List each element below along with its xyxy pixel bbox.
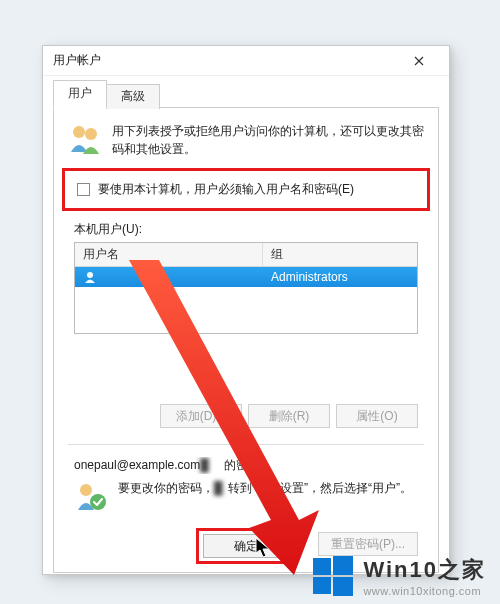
column-group[interactable]: 组 [263,243,417,266]
require-password-label: 要使用本计算机，用户必须输入用户名和密码(E) [98,181,354,198]
ok-button[interactable]: 确定 [203,534,289,558]
titlebar: 用户帐户 [43,46,449,76]
svg-point-2 [87,272,93,278]
user-icon [83,270,97,284]
password-icon [74,480,108,514]
svg-point-3 [80,484,92,496]
user-accounts-dialog: 用户帐户 用户 高级 用下列表授予或拒绝用户访问你的计算机，还可以更改其密码和其… [42,45,450,575]
watermark-title: Win10之家 [363,555,486,585]
password-user: onepaul@example.com [74,458,200,472]
column-username[interactable]: 用户名 [75,243,263,266]
description-text: 用下列表授予或拒绝用户访问你的计算机，还可以更改其密码和其他设置。 [112,122,424,158]
dialog-title: 用户帐户 [53,52,399,69]
password-row: 要更改你的密码，█转到“电脑设置”，然后选择“用户”。 [74,480,418,514]
svg-rect-7 [333,556,353,575]
password-section-title: onepaul@example.com█ 的密码 [74,457,424,474]
dialog-body: 用户 高级 用下列表授予或拒绝用户访问你的计算机，还可以更改其密码和其他设置。 … [43,76,449,583]
tab-users[interactable]: 用户 [53,80,107,108]
users-listview[interactable]: 用户名 组 Administrators [74,242,418,334]
user-buttons-row: 添加(D)... 删除(R) 属性(O) [68,404,418,428]
svg-point-0 [73,126,85,138]
svg-point-1 [85,128,97,140]
add-button[interactable]: 添加(D)... [160,404,242,428]
close-icon [414,56,424,66]
tab-advanced[interactable]: 高级 [106,84,160,109]
svg-point-4 [90,494,106,510]
highlight-ok: 确定 [196,528,296,564]
users-list-label: 本机用户(U): [74,221,424,238]
close-button[interactable] [399,48,439,74]
listview-header: 用户名 组 [75,243,417,267]
watermark: Win10之家 www.win10xitong.com [311,554,486,598]
cell-username [75,270,263,284]
watermark-url: www.win10xitong.com [363,585,486,597]
properties-button[interactable]: 属性(O) [336,404,418,428]
cell-group: Administrators [263,270,417,284]
description-row: 用下列表授予或拒绝用户访问你的计算机，还可以更改其密码和其他设置。 [68,122,424,158]
password-instruction: 要更改你的密码，█转到“电脑设置”，然后选择“用户”。 [118,480,412,497]
watermark-text: Win10之家 www.win10xitong.com [363,555,486,597]
remove-button[interactable]: 删除(R) [248,404,330,428]
svg-rect-8 [313,577,331,594]
svg-rect-6 [313,558,331,575]
tab-panel-users: 用下列表授予或拒绝用户访问你的计算机，还可以更改其密码和其他设置。 要使用本计算… [53,108,439,573]
section-divider [68,444,424,445]
users-icon [68,122,102,156]
highlight-require-password: 要使用本计算机，用户必须输入用户名和密码(E) [62,168,430,211]
listview-row[interactable]: Administrators [75,267,417,287]
svg-rect-9 [333,577,353,596]
require-password-checkbox[interactable] [77,183,90,196]
windows-logo-icon [311,554,355,598]
tab-strip: 用户 高级 [53,82,439,108]
password-suffix: 的密码 [220,458,259,472]
